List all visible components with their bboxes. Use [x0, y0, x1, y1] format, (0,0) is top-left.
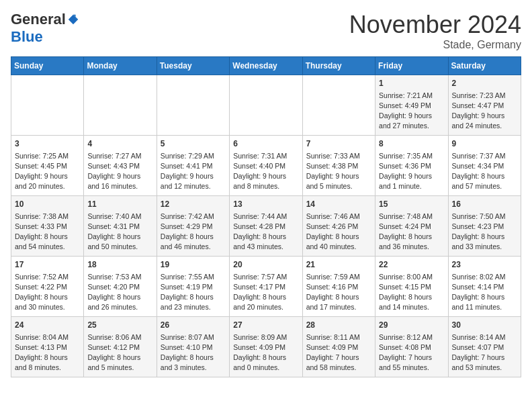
calendar-week-row: 24Sunrise: 8:04 AM Sunset: 4:13 PM Dayli…: [11, 317, 521, 377]
day-info: Sunrise: 7:31 AM Sunset: 4:40 PM Dayligh…: [233, 151, 298, 192]
calendar-cell: 14Sunrise: 7:46 AM Sunset: 4:26 PM Dayli…: [302, 196, 375, 257]
day-info: Sunrise: 7:40 AM Sunset: 4:31 PM Dayligh…: [87, 212, 152, 253]
day-number: 9: [452, 138, 517, 150]
day-number: 19: [161, 259, 226, 271]
weekday-header-row: SundayMondayTuesdayWednesdayThursdayFrid…: [11, 57, 521, 75]
logo-blue-text: Blue: [11, 28, 43, 46]
calendar-cell: 3Sunrise: 7:25 AM Sunset: 4:45 PM Daylig…: [11, 136, 84, 196]
calendar-cell: 4Sunrise: 7:27 AM Sunset: 4:43 PM Daylig…: [84, 136, 157, 196]
weekday-header-monday: Monday: [84, 57, 157, 75]
calendar-cell: 12Sunrise: 7:42 AM Sunset: 4:29 PM Dayli…: [157, 196, 229, 257]
day-number: 29: [379, 320, 444, 331]
day-number: 5: [161, 138, 226, 150]
day-info: Sunrise: 8:00 AM Sunset: 4:15 PM Dayligh…: [379, 272, 444, 313]
day-info: Sunrise: 8:07 AM Sunset: 4:10 PM Dayligh…: [161, 332, 226, 373]
day-number: 21: [306, 259, 371, 271]
day-info: Sunrise: 7:29 AM Sunset: 4:41 PM Dayligh…: [161, 151, 226, 192]
calendar-cell: 20Sunrise: 7:57 AM Sunset: 4:17 PM Dayli…: [230, 257, 302, 317]
day-info: Sunrise: 8:04 AM Sunset: 4:13 PM Dayligh…: [15, 332, 80, 373]
day-number: 1: [379, 78, 444, 89]
location-subtitle: Stade, Germany: [349, 39, 521, 51]
day-info: Sunrise: 7:50 AM Sunset: 4:23 PM Dayligh…: [452, 212, 517, 253]
day-number: 20: [233, 259, 298, 271]
day-number: 24: [15, 320, 80, 331]
calendar-cell: 8Sunrise: 7:35 AM Sunset: 4:36 PM Daylig…: [375, 136, 448, 196]
calendar-cell: 7Sunrise: 7:33 AM Sunset: 4:38 PM Daylig…: [302, 136, 375, 196]
day-info: Sunrise: 7:52 AM Sunset: 4:22 PM Dayligh…: [15, 272, 80, 313]
day-info: Sunrise: 7:48 AM Sunset: 4:24 PM Dayligh…: [379, 212, 444, 253]
calendar-cell: [157, 75, 229, 136]
day-info: Sunrise: 8:02 AM Sunset: 4:14 PM Dayligh…: [452, 272, 517, 313]
day-number: 16: [452, 199, 517, 210]
day-info: Sunrise: 7:35 AM Sunset: 4:36 PM Dayligh…: [379, 151, 444, 192]
calendar-cell: 2Sunrise: 7:23 AM Sunset: 4:47 PM Daylig…: [448, 75, 521, 136]
calendar-cell: 29Sunrise: 8:12 AM Sunset: 4:08 PM Dayli…: [375, 317, 448, 377]
calendar-cell: 16Sunrise: 7:50 AM Sunset: 4:23 PM Dayli…: [448, 196, 521, 257]
day-info: Sunrise: 7:42 AM Sunset: 4:29 PM Dayligh…: [161, 212, 226, 253]
day-number: 23: [452, 259, 517, 271]
day-number: 11: [87, 199, 152, 210]
day-info: Sunrise: 8:14 AM Sunset: 4:07 PM Dayligh…: [452, 332, 517, 373]
calendar-cell: [230, 75, 302, 136]
day-number: 15: [379, 199, 444, 210]
day-number: 3: [15, 138, 80, 150]
calendar-cell: 28Sunrise: 8:11 AM Sunset: 4:09 PM Dayli…: [302, 317, 375, 377]
page-header: General Blue November 2024 Stade, German…: [11, 11, 521, 51]
day-info: Sunrise: 7:38 AM Sunset: 4:33 PM Dayligh…: [15, 212, 80, 253]
day-number: 25: [87, 320, 152, 331]
day-number: 10: [15, 199, 80, 210]
day-number: 18: [87, 259, 152, 271]
day-info: Sunrise: 8:06 AM Sunset: 4:12 PM Dayligh…: [87, 332, 152, 373]
day-info: Sunrise: 7:33 AM Sunset: 4:38 PM Dayligh…: [306, 151, 371, 192]
weekday-header-tuesday: Tuesday: [157, 57, 229, 75]
day-number: 22: [379, 259, 444, 271]
calendar-week-row: 10Sunrise: 7:38 AM Sunset: 4:33 PM Dayli…: [11, 196, 521, 257]
calendar-cell: 6Sunrise: 7:31 AM Sunset: 4:40 PM Daylig…: [230, 136, 302, 196]
day-info: Sunrise: 7:46 AM Sunset: 4:26 PM Dayligh…: [306, 212, 371, 253]
day-number: 14: [306, 199, 371, 210]
day-info: Sunrise: 7:21 AM Sunset: 4:49 PM Dayligh…: [379, 91, 444, 132]
logo-icon: [67, 13, 79, 26]
calendar-cell: [302, 75, 375, 136]
day-info: Sunrise: 7:23 AM Sunset: 4:47 PM Dayligh…: [452, 91, 517, 132]
day-number: 13: [233, 199, 298, 210]
weekday-header-saturday: Saturday: [448, 57, 521, 75]
day-info: Sunrise: 8:11 AM Sunset: 4:09 PM Dayligh…: [306, 332, 371, 373]
calendar-week-row: 3Sunrise: 7:25 AM Sunset: 4:45 PM Daylig…: [11, 136, 521, 196]
calendar-cell: 24Sunrise: 8:04 AM Sunset: 4:13 PM Dayli…: [11, 317, 84, 377]
calendar-cell: 30Sunrise: 8:14 AM Sunset: 4:07 PM Dayli…: [448, 317, 521, 377]
calendar-week-row: 1Sunrise: 7:21 AM Sunset: 4:49 PM Daylig…: [11, 75, 521, 136]
day-info: Sunrise: 7:55 AM Sunset: 4:19 PM Dayligh…: [161, 272, 226, 313]
day-info: Sunrise: 7:37 AM Sunset: 4:34 PM Dayligh…: [452, 151, 517, 192]
day-number: 30: [452, 320, 517, 331]
calendar-cell: 22Sunrise: 8:00 AM Sunset: 4:15 PM Dayli…: [375, 257, 448, 317]
title-block: November 2024 Stade, Germany: [349, 11, 521, 51]
calendar-cell: 10Sunrise: 7:38 AM Sunset: 4:33 PM Dayli…: [11, 196, 84, 257]
calendar-table: SundayMondayTuesdayWednesdayThursdayFrid…: [11, 56, 521, 377]
weekday-header-sunday: Sunday: [11, 57, 84, 75]
calendar-cell: 27Sunrise: 8:09 AM Sunset: 4:09 PM Dayli…: [230, 317, 302, 377]
day-number: 17: [15, 259, 80, 271]
day-info: Sunrise: 7:57 AM Sunset: 4:17 PM Dayligh…: [233, 272, 298, 313]
calendar-cell: 21Sunrise: 7:59 AM Sunset: 4:16 PM Dayli…: [302, 257, 375, 317]
day-number: 12: [161, 199, 226, 210]
day-info: Sunrise: 7:27 AM Sunset: 4:43 PM Dayligh…: [87, 151, 152, 192]
day-info: Sunrise: 8:12 AM Sunset: 4:08 PM Dayligh…: [379, 332, 444, 373]
calendar-week-row: 17Sunrise: 7:52 AM Sunset: 4:22 PM Dayli…: [11, 257, 521, 317]
calendar-cell: 9Sunrise: 7:37 AM Sunset: 4:34 PM Daylig…: [448, 136, 521, 196]
calendar-cell: 11Sunrise: 7:40 AM Sunset: 4:31 PM Dayli…: [84, 196, 157, 257]
logo: General Blue: [11, 11, 79, 46]
day-number: 27: [233, 320, 298, 331]
logo-general-text: General: [11, 11, 66, 28]
calendar-cell: 1Sunrise: 7:21 AM Sunset: 4:49 PM Daylig…: [375, 75, 448, 136]
calendar-cell: 17Sunrise: 7:52 AM Sunset: 4:22 PM Dayli…: [11, 257, 84, 317]
calendar-cell: 26Sunrise: 8:07 AM Sunset: 4:10 PM Dayli…: [157, 317, 229, 377]
month-title: November 2024: [349, 11, 521, 39]
day-number: 8: [379, 138, 444, 150]
weekday-header-thursday: Thursday: [302, 57, 375, 75]
calendar-cell: [11, 75, 84, 136]
day-info: Sunrise: 7:44 AM Sunset: 4:28 PM Dayligh…: [233, 212, 298, 253]
day-info: Sunrise: 8:09 AM Sunset: 4:09 PM Dayligh…: [233, 332, 298, 373]
day-number: 4: [87, 138, 152, 150]
day-info: Sunrise: 7:59 AM Sunset: 4:16 PM Dayligh…: [306, 272, 371, 313]
